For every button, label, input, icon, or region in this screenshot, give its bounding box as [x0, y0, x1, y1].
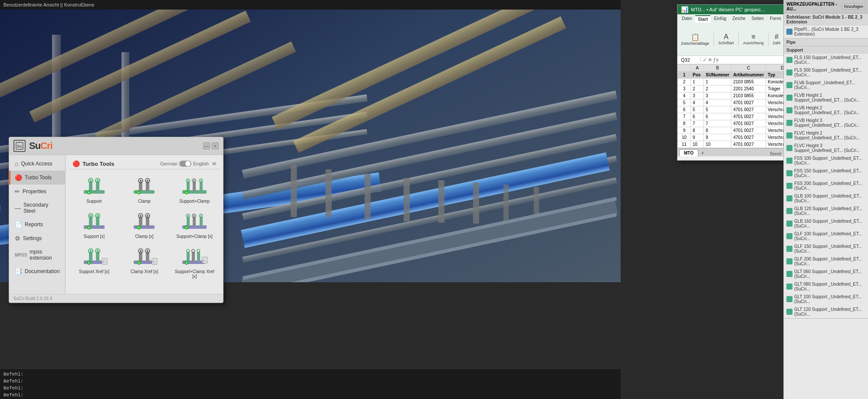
pipe-pl-item[interactable]: PipePl... (SuCri Module 1 BE 2_3 Extensi…: [784, 26, 868, 38]
svg-point-85: [147, 215, 148, 217]
tool-support[interactable]: + Support: [71, 175, 118, 206]
panel-header: WERKZEUGPALETTEN - AU... hinzufügen: [784, 0, 868, 13]
sheet-tab-mto[interactable]: MTO: [679, 149, 698, 156]
nav-label-turbo-tools: Turbo Tools: [25, 175, 52, 181]
turbo-icon: 🔴: [72, 160, 80, 167]
tab-seiten[interactable]: Seiten: [749, 15, 766, 23]
svg-rect-31: [438, 180, 444, 223]
checkmark-icon[interactable]: ✓: [703, 57, 707, 63]
support-list-item[interactable]: FSS 200 Support _Undefined_ET... (SuCri.…: [784, 180, 868, 192]
nav-item-settings[interactable]: ⚙ Settings: [9, 231, 65, 245]
support-list-item[interactable]: FSS 150 Support _Undefined_ET... (SuCri.…: [784, 167, 868, 180]
cancel-formula-icon[interactable]: ✕: [708, 57, 712, 63]
support-item-label: GLT 100 Support _Undefined_ET... (SuCri.…: [794, 294, 865, 304]
tab-formi[interactable]: Formi: [767, 15, 784, 23]
nav-item-reports[interactable]: 📄 Reports: [9, 218, 65, 231]
support-list-item[interactable]: FLVB Height 1 Support_Undefined_ET... (S…: [784, 92, 868, 104]
tab-start[interactable]: Start: [695, 15, 710, 23]
support-list-item[interactable]: FLVC Height 3 Support_Undefined_ET... (S…: [784, 142, 868, 155]
pipe-header[interactable]: Pipe: [784, 39, 868, 46]
tab-einfueg[interactable]: Einfüg: [711, 15, 729, 23]
support-item-icon: [786, 57, 792, 63]
support-item-label: FLS 300 Support _Undefined_ET... (SuCri.…: [794, 68, 865, 77]
number-button[interactable]: # Zahl: [771, 32, 783, 46]
tool-support-clamp-x[interactable]: + Support+Clamp [x]: [171, 210, 218, 241]
support-icon: +: [80, 177, 108, 198]
support-header[interactable]: Support: [784, 46, 868, 54]
excel-title: MTD... • Auf 'diesem PC' gespeic...: [691, 7, 765, 12]
function-icon[interactable]: ƒx: [713, 57, 719, 63]
formula-icons: ✓ ✕ ƒx: [701, 57, 720, 63]
col-header-row: [678, 65, 691, 72]
cell-reference[interactable]: Q32: [679, 57, 701, 63]
support-list-item[interactable]: GLB 160 Support _Undefined_ET... (SuCri.…: [784, 218, 868, 230]
support-item-icon: [786, 296, 792, 302]
close-button[interactable]: ×: [212, 142, 219, 149]
tool-grid-row3: + X Support Xref [x]: [69, 243, 220, 283]
svg-text:X: X: [103, 261, 105, 263]
tool-support-x[interactable]: + Support [x]: [71, 210, 118, 241]
support-list-item[interactable]: GLF 150 Support _Undefined_ET... (SuCri.…: [784, 243, 868, 255]
col-header-b[interactable]: B: [704, 65, 731, 72]
nav-item-secondary-steel[interactable]: — Secondary Steel: [9, 198, 65, 218]
support-item-label: GLB 120 Support _Undefined_ET... (SuCri.…: [794, 206, 865, 216]
support-list-item[interactable]: FLS 300 Support _Undefined_ET... (SuCri.…: [784, 66, 868, 79]
support-list-item[interactable]: FLS 150 Support _Undefined_ET... (SuCri.…: [784, 54, 868, 66]
tool-support-xref[interactable]: + X Support Xref [x]: [71, 245, 118, 281]
nav-item-mpss-extension[interactable]: MPSS mpss extension: [9, 245, 65, 264]
support-list-item[interactable]: GLT 100 Support _Undefined_ET... (SuCri.…: [784, 293, 868, 306]
paste-button[interactable]: 📋 Zwischenablage: [679, 32, 711, 46]
col-header-a[interactable]: A: [691, 65, 704, 72]
tool-support-clamp[interactable]: + Support+Clamp: [171, 175, 218, 206]
tool-clamp-xref[interactable]: + X Clamp Xref [x]: [121, 245, 168, 281]
svg-rect-91: [200, 217, 203, 226]
svg-text:+: +: [186, 191, 187, 194]
svg-point-44: [90, 180, 92, 181]
nav-item-turbo-tools[interactable]: 🔴 Turbo Tools: [9, 171, 65, 185]
panel-section-pipe: Pipe: [784, 39, 868, 46]
support-list-item[interactable]: GLT 120 Support _Undefined_ET... (SuCri.…: [784, 306, 868, 318]
font-button[interactable]: A Schriftart: [717, 32, 736, 46]
tab-datei[interactable]: Datei: [679, 15, 694, 23]
add-sheet-button[interactable]: +: [699, 149, 706, 156]
support-list-item[interactable]: FSS 100 Support _Undefined_ET... (SuCri.…: [784, 155, 868, 167]
align-button[interactable]: ≡ Ausrichtung: [741, 32, 766, 46]
nav-label-secondary-steel: Secondary Steel: [23, 202, 61, 214]
support-item-icon: [786, 246, 792, 252]
tool-clamp[interactable]: + Clamp: [121, 175, 168, 206]
add-button[interactable]: hinzufügen: [842, 3, 865, 10]
window-controls[interactable]: — ×: [203, 142, 219, 149]
support-list-item[interactable]: GLB 100 Support _Undefined_ET... (SuCri.…: [784, 192, 868, 205]
support-item-label: FLVC Height 2 Support_Undefined_ET... (S…: [794, 131, 865, 140]
svg-text:X: X: [153, 261, 155, 263]
support-item-icon: [786, 82, 792, 88]
support-list-item[interactable]: FLVB Height 2 Support_Undefined_ET... (S…: [784, 104, 868, 117]
nav-item-documentation[interactable]: 📑 Documentation: [9, 264, 65, 278]
support-list-item[interactable]: FLVB Height 3 Support_Undefined_ET... (S…: [784, 117, 868, 129]
nav-item-properties[interactable]: ✏ Properties: [9, 185, 65, 198]
support-item-icon: [786, 145, 792, 151]
tool-support-clamp-label: Support+Clamp: [179, 199, 210, 204]
language-toggle[interactable]: German English ✉: [160, 161, 216, 167]
toggle-switch[interactable]: [179, 161, 191, 167]
svg-text:+: +: [88, 261, 89, 264]
svg-rect-60: [193, 181, 196, 191]
tab-zeiche[interactable]: Zeiche: [730, 15, 748, 23]
support-list-item[interactable]: FLVA Support _Undefined_ET... (SuCri...: [784, 79, 868, 92]
cmd-line-2: Befehl:: [3, 378, 617, 385]
lang-german-label: German: [160, 161, 178, 166]
svg-point-74: [90, 215, 92, 217]
support-list-item[interactable]: GLT 080 Support _Undefined_ET... (SuCri.…: [784, 280, 868, 293]
support-list-item[interactable]: GLB 120 Support _Undefined_ET... (SuCri.…: [784, 205, 868, 218]
col-header-c[interactable]: C: [731, 65, 766, 72]
svg-rect-32: [473, 182, 479, 224]
tool-support-clamp-xref[interactable]: + X Support+Clamp Xref [x]: [171, 245, 218, 281]
support-list-item[interactable]: GLF 100 Support _Undefined_ET... (SuCri.…: [784, 230, 868, 243]
support-list-item[interactable]: FLVC Height 2 Support_Undefined_ET... (S…: [784, 129, 868, 142]
rohrklasse-header[interactable]: Rohrklasse: SuCri Module 1 - BE 2_3 Exte…: [784, 13, 868, 26]
support-list-item[interactable]: GLF 200 Support _Undefined_ET... (SuCri.…: [784, 255, 868, 268]
tool-clamp-x[interactable]: + Clamp [x]: [121, 210, 168, 241]
support-list-item[interactable]: GLT 060 Support _Undefined_ET... (SuCri.…: [784, 268, 868, 280]
nav-item-quick-access[interactable]: ⌂ Quick Access: [9, 157, 65, 171]
minimize-button[interactable]: —: [203, 142, 210, 149]
